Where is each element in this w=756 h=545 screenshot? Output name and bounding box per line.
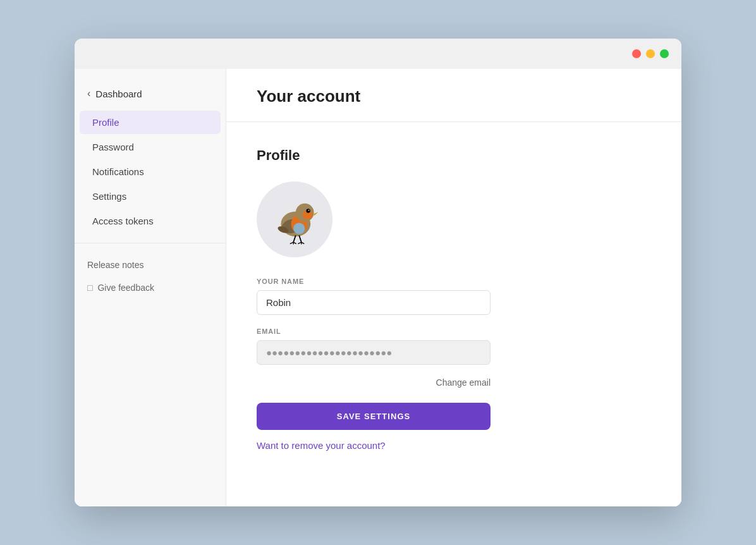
email-input[interactable] <box>257 340 491 365</box>
sidebar-item-settings[interactable]: Settings <box>80 185 221 208</box>
email-form-group: EMAIL <box>257 328 491 365</box>
sidebar-item-password[interactable]: Password <box>80 135 221 159</box>
release-notes-link[interactable]: Release notes <box>80 254 221 276</box>
svg-line-15 <box>298 242 301 244</box>
main-body: Profile <box>226 122 681 477</box>
avatar[interactable] <box>257 181 332 257</box>
app-window: ‹ Dashboard Profile Password Notificatio… <box>75 39 681 506</box>
avatar-bird-icon <box>266 191 323 248</box>
back-arrow-icon: ‹ <box>87 88 90 99</box>
email-label: EMAIL <box>257 328 491 335</box>
name-form-group: YOUR NAME <box>257 278 491 315</box>
sidebar-nav: Profile Password Notifications Settings … <box>75 111 226 233</box>
page-title: Your account <box>257 87 651 106</box>
svg-line-12 <box>290 242 293 244</box>
sidebar-item-profile[interactable]: Profile <box>80 111 221 134</box>
app-body: ‹ Dashboard Profile Password Notificatio… <box>75 69 681 506</box>
sidebar: ‹ Dashboard Profile Password Notificatio… <box>75 69 226 506</box>
svg-point-6 <box>306 209 310 212</box>
maximize-button[interactable] <box>660 49 669 58</box>
change-email-link[interactable]: Change email <box>257 377 491 388</box>
titlebar <box>75 39 681 69</box>
main-header: Your account <box>226 69 681 122</box>
remove-account-link[interactable]: Want to remove your account? <box>257 440 386 451</box>
save-settings-button[interactable]: SAVE SETTINGS <box>257 403 491 430</box>
traffic-lights <box>632 49 669 58</box>
give-feedback-label: Give feedback <box>97 283 154 293</box>
sidebar-divider <box>75 243 226 243</box>
svg-line-11 <box>299 235 302 242</box>
svg-point-7 <box>308 210 310 211</box>
back-label: Dashboard <box>95 89 142 99</box>
minimize-button[interactable] <box>646 49 655 58</box>
sidebar-item-notifications[interactable]: Notifications <box>80 160 221 183</box>
release-notes-label: Release notes <box>87 260 144 270</box>
section-title: Profile <box>257 147 651 164</box>
sidebar-footer: Release notes □ Give feedback <box>75 254 226 299</box>
main-content: Your account Profile <box>226 69 681 506</box>
sidebar-item-access-tokens[interactable]: Access tokens <box>80 209 221 233</box>
close-button[interactable] <box>632 49 641 58</box>
svg-point-3 <box>293 223 305 234</box>
name-label: YOUR NAME <box>257 278 491 285</box>
back-to-dashboard[interactable]: ‹ Dashboard <box>75 82 226 106</box>
give-feedback-link[interactable]: □ Give feedback <box>80 276 221 299</box>
svg-marker-8 <box>314 212 319 216</box>
feedback-icon: □ <box>87 283 92 293</box>
name-input[interactable] <box>257 290 491 315</box>
